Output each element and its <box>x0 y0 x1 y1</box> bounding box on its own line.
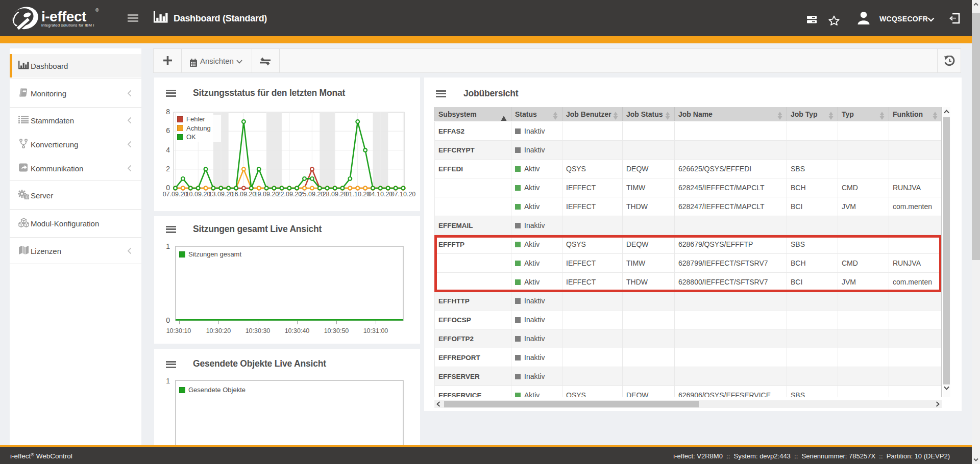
svg-text:®: ® <box>95 8 99 13</box>
svg-text:integrated solutions for IBM i: integrated solutions for IBM i <box>41 23 94 28</box>
svg-text:i-effect: i-effect <box>41 9 86 24</box>
